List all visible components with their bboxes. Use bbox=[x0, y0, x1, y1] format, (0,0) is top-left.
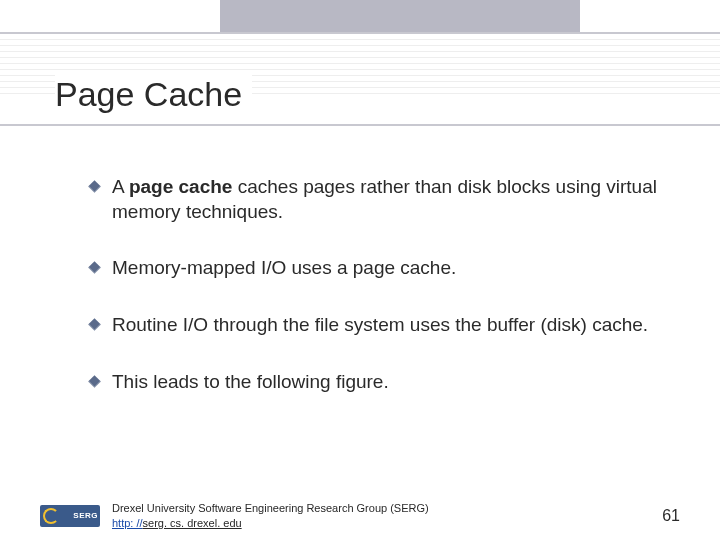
page-title: Page Cache bbox=[55, 75, 252, 114]
footer: SERG Drexel University Software Engineer… bbox=[40, 501, 680, 530]
bullet-text-pre: A bbox=[112, 176, 129, 197]
bullet-text-bold: page cache bbox=[129, 176, 233, 197]
bullet-text: Memory-mapped I/O uses a page cache. bbox=[112, 257, 456, 278]
footer-org: Drexel University Software Engineering R… bbox=[112, 501, 429, 515]
footer-url: http: //serg. cs. drexel. edu bbox=[112, 516, 429, 530]
bullet-item: Routine I/O through the file system uses… bbox=[90, 313, 660, 338]
footer-attribution: Drexel University Software Engineering R… bbox=[112, 501, 429, 530]
bullet-text: Routine I/O through the file system uses… bbox=[112, 314, 648, 335]
logo-swirl-icon bbox=[43, 508, 59, 524]
page-number: 61 bbox=[662, 507, 680, 525]
footer-link-prefix[interactable]: http: // bbox=[112, 517, 143, 529]
footer-link-rest[interactable]: serg. cs. drexel. edu bbox=[143, 517, 242, 529]
bullet-text: This leads to the following figure. bbox=[112, 371, 389, 392]
logo-text: SERG bbox=[73, 511, 98, 520]
bullet-item: Memory-mapped I/O uses a page cache. bbox=[90, 256, 660, 281]
bullet-item: This leads to the following figure. bbox=[90, 370, 660, 395]
serg-logo: SERG bbox=[40, 505, 100, 527]
content-area: A page cache caches pages rather than di… bbox=[90, 175, 660, 426]
header-band bbox=[220, 0, 580, 32]
title-underline bbox=[0, 124, 720, 126]
bullet-item: A page cache caches pages rather than di… bbox=[90, 175, 660, 224]
